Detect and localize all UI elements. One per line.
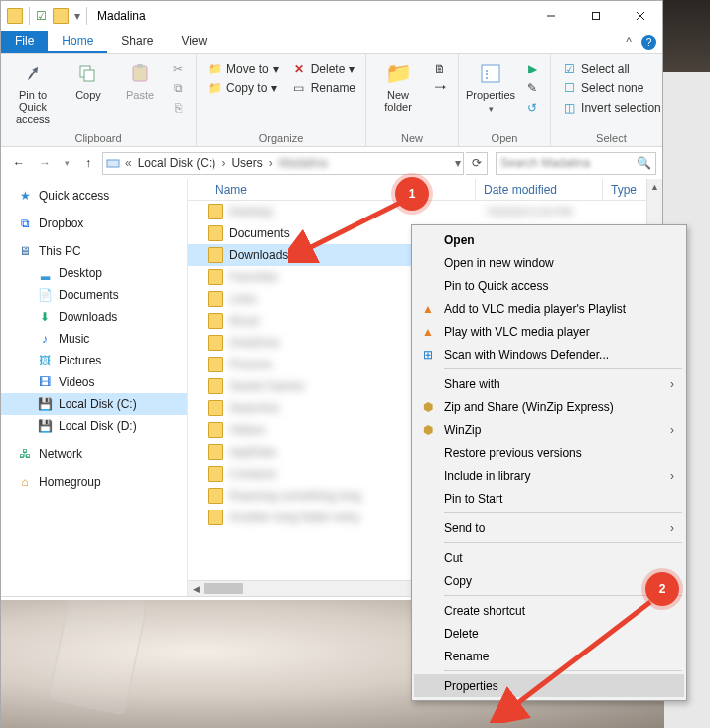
nav-disk-c[interactable]: 💾Local Disk (C:) — [1, 393, 187, 415]
nav-pictures[interactable]: 🖼Pictures — [1, 350, 187, 371]
close-button[interactable] — [618, 2, 662, 30]
copy-button[interactable]: Copy — [63, 58, 114, 101]
svg-rect-7 — [137, 64, 143, 68]
ctx-cut[interactable]: Cut — [414, 546, 684, 569]
ctx-open-new-window[interactable]: Open in new window — [414, 251, 684, 274]
svg-rect-5 — [84, 70, 94, 81]
tab-view[interactable]: View — [167, 31, 220, 53]
ctx-vlc-playlist[interactable]: ▲Add to VLC media player's Playlist — [414, 297, 684, 320]
move-to-button[interactable]: 📁Move to ▾ — [203, 60, 283, 77]
address-bar[interactable]: « Local Disk (C:) › Users › Madalina ▾ — [102, 152, 464, 175]
music-icon: ♪ — [37, 331, 53, 347]
chevron-down-icon[interactable]: ▾ — [453, 156, 463, 170]
paste-icon — [126, 60, 154, 87]
ctx-defender[interactable]: ⊞Scan with Windows Defender... — [414, 343, 684, 365]
folder-copy-icon: 📁 — [207, 80, 222, 96]
nav-this-pc[interactable]: 🖥This PC — [1, 240, 187, 262]
breadcrumb-c2[interactable]: Madalina — [275, 156, 332, 170]
nav-desktop[interactable]: ▂Desktop — [1, 262, 187, 284]
ctx-zip-share[interactable]: ⬢Zip and Share (WinZip Express) — [414, 395, 684, 418]
breadcrumb-c0[interactable]: Local Disk (C:) — [134, 156, 220, 170]
up-button[interactable]: ↑ — [76, 151, 100, 175]
help-icon[interactable]: ? — [641, 35, 656, 50]
chevron-right-icon[interactable]: › — [267, 156, 275, 170]
nav-videos[interactable]: 🎞Videos — [1, 371, 187, 393]
drive-icon — [103, 156, 123, 170]
select-all-button[interactable]: ☑Select all — [557, 60, 665, 77]
window-title: Madalina — [97, 9, 146, 23]
column-date[interactable]: Date modified — [476, 179, 603, 200]
winzip-icon: ⬢ — [420, 399, 436, 415]
cut-small-button: ✂ — [166, 60, 190, 77]
invert-selection-button[interactable]: ◫Invert selection — [557, 99, 665, 117]
group-label-open: Open — [465, 132, 544, 146]
ctx-create-shortcut[interactable]: Create shortcut — [414, 599, 684, 622]
file-tab[interactable]: File — [1, 31, 48, 53]
scroll-up-icon[interactable]: ▲ — [647, 179, 662, 195]
properties-icon — [477, 60, 504, 87]
minimize-button[interactable] — [528, 2, 573, 30]
delete-button[interactable]: ✕Delete ▾ — [287, 60, 359, 77]
drive-icon: 💾 — [37, 396, 53, 412]
breadcrumb-c1[interactable]: Users — [227, 156, 266, 170]
chevron-right-icon[interactable]: › — [219, 156, 227, 170]
easy-access-button[interactable]: ⭢ — [428, 79, 452, 97]
back-button[interactable]: ← — [7, 151, 31, 175]
ctx-vlc-play[interactable]: ▲Play with VLC media player — [414, 320, 684, 343]
scroll-left-icon[interactable]: ◀ — [188, 581, 204, 597]
rename-button[interactable]: ▭Rename — [287, 79, 359, 97]
nav-network[interactable]: 🖧Network — [1, 443, 187, 465]
search-placeholder: Search Madalina — [500, 156, 590, 170]
history-button[interactable]: ↺ — [520, 99, 544, 117]
nav-quick-access[interactable]: ★Quick access — [1, 185, 187, 207]
maximize-button[interactable] — [573, 2, 618, 30]
address-bar-row: ← → ▾ ↑ « Local Disk (C:) › Users › Mada… — [1, 147, 662, 179]
nav-homegroup[interactable]: ⌂Homegroup — [1, 471, 187, 493]
nav-music[interactable]: ♪Music — [1, 328, 187, 350]
ctx-share-with[interactable]: Share with› — [414, 372, 684, 395]
refresh-button[interactable]: ⟳ — [466, 152, 488, 175]
qa-dropdown-icon[interactable]: ▾ — [74, 9, 80, 23]
edit-button[interactable]: ✎ — [520, 79, 544, 97]
folder-icon — [53, 8, 69, 24]
ctx-pin-quick-access[interactable]: Pin to Quick access — [414, 274, 684, 297]
nav-disk-d[interactable]: 💾Local Disk (D:) — [1, 415, 187, 437]
pin-to-quick-access-button[interactable]: Pin to Quick access — [7, 58, 59, 125]
copy-icon — [74, 60, 102, 87]
ctx-open[interactable]: Open — [414, 228, 684, 251]
folder-icon — [208, 444, 223, 460]
open-button[interactable]: ▶ — [520, 60, 544, 77]
ctx-copy[interactable]: Copy — [414, 569, 684, 592]
scroll-thumb[interactable] — [204, 583, 243, 594]
ctx-properties[interactable]: Properties — [414, 674, 684, 697]
tab-share[interactable]: Share — [107, 31, 167, 53]
pc-icon: 🖥 — [17, 243, 33, 259]
folder-icon — [208, 225, 223, 241]
nav-downloads[interactable]: ⬇Downloads — [1, 306, 187, 328]
chevron-right-icon: › — [670, 469, 674, 483]
ctx-pin-start[interactable]: Pin to Start — [414, 487, 684, 510]
select-none-button[interactable]: ☐Select none — [557, 79, 665, 97]
ctx-send-to[interactable]: Send to› — [414, 516, 684, 539]
ctx-include-library[interactable]: Include in library› — [414, 464, 684, 487]
annotation-marker-2: 2 — [645, 572, 679, 606]
recent-locations-button[interactable]: ▾ — [59, 151, 74, 175]
column-name[interactable]: Name — [188, 179, 476, 200]
ctx-winzip[interactable]: ⬢WinZip› — [414, 418, 684, 441]
copy-to-button[interactable]: 📁Copy to ▾ — [203, 79, 283, 97]
nav-dropbox[interactable]: ⧉Dropbox — [1, 213, 187, 234]
ctx-delete[interactable]: Delete — [414, 622, 684, 645]
tab-home[interactable]: Home — [48, 31, 107, 53]
ctx-restore-versions[interactable]: Restore previous versions — [414, 441, 684, 464]
ctx-rename[interactable]: Rename — [414, 645, 684, 667]
search-icon: 🔍 — [637, 156, 651, 170]
nav-documents[interactable]: 📄Documents — [1, 284, 187, 306]
svg-point-10 — [486, 73, 488, 75]
new-item-button[interactable]: 🗎 — [428, 60, 452, 77]
collapse-ribbon-icon[interactable]: ^ — [620, 31, 638, 53]
chevron-right-icon: › — [670, 377, 674, 391]
properties-button[interactable]: Properties▾ — [465, 58, 516, 115]
new-folder-button[interactable]: 📁 New folder — [372, 58, 424, 113]
folder-icon — [208, 488, 223, 504]
search-input[interactable]: Search Madalina 🔍 — [496, 152, 656, 175]
